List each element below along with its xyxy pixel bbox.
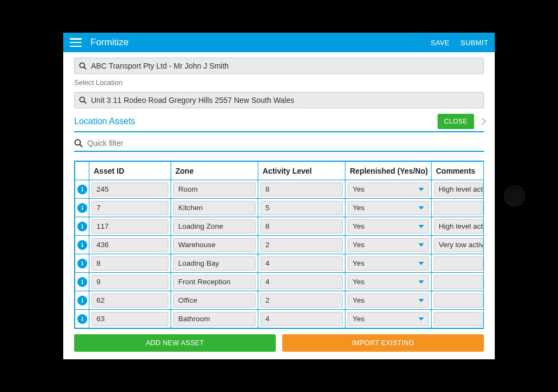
chevron-down-icon — [418, 206, 424, 210]
row-info-icon[interactable] — [77, 185, 87, 194]
chevron-down-icon — [418, 262, 424, 265]
replenished-dropdown[interactable]: Yes — [348, 238, 429, 252]
zone-field[interactable]: Loading Bay — [173, 256, 256, 271]
svg-point-2 — [80, 97, 84, 102]
activity-field[interactable]: 8 — [260, 219, 343, 234]
comments-field[interactable] — [434, 256, 483, 271]
add-new-asset-button[interactable]: ADD NEW ASSET — [74, 334, 276, 352]
replenished-dropdown[interactable]: Yes — [348, 256, 429, 271]
table-header-row: Asset ID Zone Activity Level Replenished… — [75, 162, 484, 180]
tablet-home-button[interactable] — [505, 186, 524, 206]
replenished-value: Yes — [353, 296, 365, 304]
zone-field[interactable]: Room — [173, 182, 256, 197]
row-info-icon[interactable] — [77, 222, 87, 231]
quick-filter-row — [74, 139, 484, 152]
row-info-icon[interactable] — [77, 314, 87, 324]
search-icon — [79, 62, 87, 70]
chevron-down-icon — [418, 299, 424, 302]
activity-field[interactable]: 2 — [260, 238, 343, 252]
location-input[interactable] — [87, 96, 479, 105]
chevron-right-icon[interactable] — [480, 118, 484, 125]
svg-point-0 — [80, 63, 84, 68]
comments-field[interactable]: High level activ — [434, 219, 483, 234]
activity-field[interactable]: 8 — [260, 182, 343, 197]
zone-field[interactable]: Kitchen — [173, 201, 256, 215]
replenished-value: Yes — [353, 204, 365, 212]
replenished-dropdown[interactable]: Yes — [348, 293, 429, 308]
row-info-icon[interactable] — [77, 203, 87, 213]
table-row: 62Office2Yes — [75, 291, 484, 310]
comments-field[interactable]: High level activ — [434, 182, 483, 197]
activity-field[interactable]: 4 — [260, 312, 343, 326]
activity-field[interactable]: 4 — [260, 275, 343, 289]
replenished-dropdown[interactable]: Yes — [348, 312, 429, 326]
asset_id-field[interactable]: 62 — [92, 293, 168, 308]
asset_id-field[interactable]: 117 — [92, 219, 168, 234]
comments-field[interactable]: Very low activity — [434, 238, 483, 252]
customer-search-field[interactable] — [74, 58, 484, 74]
svg-rect-15 — [82, 263, 83, 266]
replenished-value: Yes — [353, 315, 365, 323]
row-info-icon[interactable] — [77, 259, 87, 268]
asset_id-field[interactable]: 8 — [92, 256, 168, 271]
asset_id-field[interactable]: 7 — [92, 201, 168, 215]
asset_id-field[interactable]: 245 — [92, 182, 168, 197]
customer-search-input[interactable] — [87, 62, 479, 70]
section-title: Location Assets — [74, 117, 135, 126]
comments-field[interactable] — [434, 201, 483, 215]
replenished-value: Yes — [353, 241, 365, 249]
activity-field[interactable]: 5 — [260, 201, 343, 215]
replenished-value: Yes — [353, 222, 365, 230]
replenished-dropdown[interactable]: Yes — [348, 182, 429, 197]
asset_id-field[interactable]: 436 — [92, 238, 168, 252]
comments-field[interactable] — [434, 275, 483, 289]
table-row: 7Kitchen5Yes — [75, 199, 484, 217]
svg-point-8 — [81, 205, 82, 206]
svg-point-4 — [75, 140, 81, 145]
table-row: 245Room8YesHigh level activ — [75, 180, 484, 199]
svg-point-10 — [81, 224, 82, 225]
zone-field[interactable]: Bathroom — [173, 312, 256, 326]
row-info-icon[interactable] — [77, 277, 87, 287]
col-header-info — [75, 162, 89, 180]
svg-point-18 — [81, 298, 82, 299]
col-header-asset-id: Asset ID — [89, 162, 171, 180]
asset_id-field[interactable]: 9 — [92, 275, 168, 289]
app-header: Formitize SAVE SUBMIT — [63, 33, 495, 52]
table-row: 8Loading Bay4Yes — [75, 254, 484, 273]
import-existing-button[interactable]: IMPORT EXISTING — [282, 334, 484, 352]
zone-field[interactable]: Loading Zone — [173, 219, 256, 234]
svg-line-3 — [84, 101, 86, 103]
zone-field[interactable]: Warehouse — [173, 238, 256, 252]
activity-field[interactable]: 2 — [260, 293, 343, 308]
bottom-button-bar: ADD NEW ASSET IMPORT EXISTING — [74, 334, 484, 352]
svg-rect-21 — [82, 318, 83, 321]
chevron-down-icon — [418, 280, 424, 284]
zone-field[interactable]: Front Reception — [173, 275, 256, 289]
app-title: Formitize — [90, 37, 129, 48]
replenished-dropdown[interactable]: Yes — [348, 275, 429, 289]
menu-icon[interactable] — [70, 38, 82, 47]
chevron-down-icon — [418, 188, 424, 191]
save-button[interactable]: SAVE — [430, 39, 450, 47]
replenished-value: Yes — [353, 259, 365, 267]
section-header: Location Assets CLOSE — [74, 114, 484, 132]
location-field[interactable] — [74, 92, 484, 108]
close-button[interactable]: CLOSE — [438, 114, 474, 129]
search-icon — [74, 139, 83, 148]
col-header-replenished: Replenished (Yes/No) — [345, 162, 432, 180]
comments-field[interactable] — [434, 293, 483, 308]
replenished-value: Yes — [353, 185, 365, 193]
submit-button[interactable]: SUBMIT — [460, 39, 488, 47]
replenished-dropdown[interactable]: Yes — [348, 201, 429, 215]
row-info-icon[interactable] — [77, 240, 87, 250]
asset_id-field[interactable]: 63 — [92, 312, 168, 326]
assets-table: Asset ID Zone Activity Level Replenished… — [74, 161, 484, 329]
comments-field[interactable] — [434, 312, 483, 326]
activity-field[interactable]: 4 — [260, 256, 343, 271]
zone-field[interactable]: Office — [173, 293, 256, 308]
svg-rect-17 — [82, 281, 83, 284]
replenished-dropdown[interactable]: Yes — [348, 219, 429, 234]
quick-filter-input[interactable] — [83, 139, 484, 148]
row-info-icon[interactable] — [77, 296, 87, 305]
